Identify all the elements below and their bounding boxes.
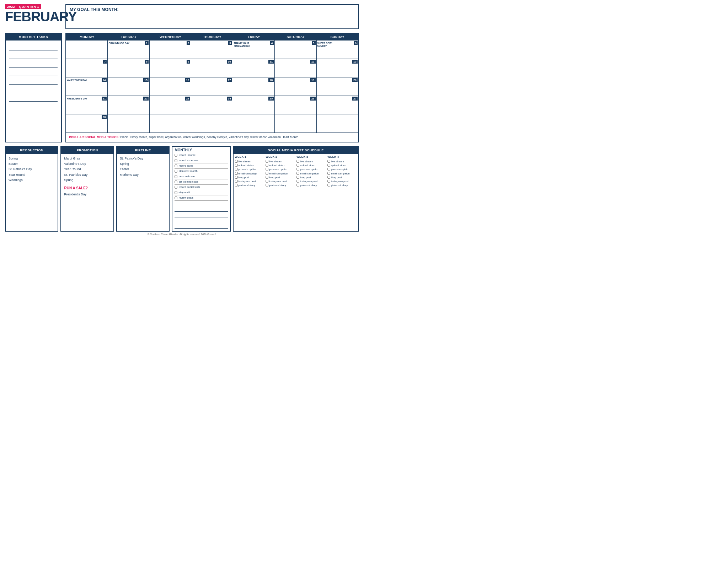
monthly-check-1[interactable] — [175, 154, 177, 157]
cal-cell-empty-w5-2 — [108, 114, 149, 133]
monthly-check-7[interactable] — [175, 186, 177, 189]
social-w1-check-6[interactable] — [235, 180, 238, 183]
social-w2-check-6[interactable] — [266, 180, 268, 183]
cal-date-27: 27 — [352, 97, 358, 101]
cal-cell-15: 15 — [108, 77, 149, 96]
social-week-2: WEEK 2 live stream upload video promote … — [266, 155, 295, 188]
social-week-4-label: WEEK 4 — [327, 155, 357, 158]
social-w1-check-5[interactable] — [235, 176, 238, 179]
cal-date-10: 10 — [227, 60, 232, 64]
social-w2-item-2: upload video — [266, 163, 295, 167]
social-w3-check-2[interactable] — [296, 164, 299, 167]
social-w4-check-2[interactable] — [327, 164, 330, 167]
cal-date-6: 6 — [354, 41, 358, 45]
pipeline-box: PIPELINE St. Patrick's Day Spring Easter… — [116, 146, 170, 232]
monthly-tasks-header: MONTHLY TASKS — [6, 33, 61, 40]
monthly-box: MONTHLY record income record expenses re… — [172, 146, 230, 232]
cal-date-23: 23 — [185, 97, 190, 101]
social-w3-check-7[interactable] — [296, 184, 299, 187]
cal-date-24: 24 — [227, 97, 232, 101]
cal-cell-25: 25 — [233, 96, 275, 114]
cal-cell-24: 24 — [191, 96, 233, 114]
social-w1-item-2: upload video — [235, 163, 264, 167]
middle-section: MONTHLY TASKS MONDAY TUESDAY WEDNESDAY T… — [5, 33, 359, 142]
cal-day-fri: FRIDAY — [233, 33, 275, 40]
cal-date-21: 21 — [102, 97, 107, 101]
monthly-label: MONTHLY — [175, 148, 228, 152]
pipe-item-1: St. Patrick's Day — [120, 156, 166, 161]
monthly-check-5[interactable] — [175, 175, 177, 178]
cal-date-25: 25 — [268, 97, 274, 101]
social-w3-check-6[interactable] — [296, 180, 299, 183]
cal-cell-empty1 — [66, 40, 108, 59]
social-w1-item-6: instagram post — [235, 179, 264, 183]
social-w3-check-4[interactable] — [296, 172, 299, 175]
pipeline-header: PIPELINE — [117, 147, 169, 154]
cal-cell-9: 9 — [150, 59, 191, 77]
monthly-check-2[interactable] — [175, 159, 177, 162]
cal-date-3: 3 — [228, 41, 232, 45]
social-w3-check-3[interactable] — [296, 168, 299, 171]
production-box: PRODUCTION Spring Easter St. Patrick's D… — [5, 146, 58, 232]
social-w2-check-4[interactable] — [266, 172, 268, 175]
social-w3-check-1[interactable] — [296, 160, 299, 163]
social-w3-check-5[interactable] — [296, 176, 299, 179]
calendar-box: MONDAY TUESDAY WEDNESDAY THURSDAY FRIDAY… — [65, 33, 359, 142]
social-w1-check-1[interactable] — [235, 160, 238, 163]
cal-cell-4: 4 THANK YOURMAILMAN DAY — [233, 40, 275, 59]
social-w4-item-4: email campaign — [327, 172, 357, 175]
monthly-item-4: plan next month — [175, 169, 228, 174]
cal-date-28: 28 — [102, 115, 107, 119]
cal-cell-empty-w5-7 — [317, 114, 358, 133]
monthly-check-9[interactable] — [175, 196, 177, 199]
social-w4-check-7[interactable] — [327, 184, 330, 187]
social-w2-check-5[interactable] — [266, 176, 268, 179]
cal-date-8: 8 — [145, 60, 148, 64]
social-w4-check-6[interactable] — [327, 180, 330, 183]
cal-date-13: 13 — [352, 60, 358, 64]
social-w2-check-1[interactable] — [266, 160, 268, 163]
promotion-box: PROMOTION Mardi Gras Valentine's Day Yea… — [60, 146, 114, 232]
social-w1-check-7[interactable] — [235, 184, 238, 187]
social-w4-check-4[interactable] — [327, 172, 330, 175]
social-w4-check-5[interactable] — [327, 176, 330, 179]
monthly-check-4[interactable] — [175, 170, 177, 173]
cal-event-groundhog: GROUNDHOG DAY — [108, 42, 148, 45]
cal-cell-6: 6 SUPER BOWLSUNDAY — [317, 40, 358, 59]
monthly-check-3[interactable] — [175, 164, 177, 167]
cal-cell-28: 28 — [66, 114, 108, 133]
cal-cell-20: 20 — [317, 77, 358, 96]
social-week-3-label: WEEK 3 — [296, 155, 326, 158]
monthly-empty-5 — [175, 224, 228, 229]
social-w3-item-7: pinterest story — [296, 183, 326, 187]
task-line-4 — [9, 68, 58, 76]
cal-date-26: 26 — [310, 97, 316, 101]
social-w2-check-3[interactable] — [266, 168, 268, 171]
social-w1-check-4[interactable] — [235, 172, 238, 175]
social-w2-check-2[interactable] — [266, 164, 268, 167]
prod-item-4: Year Round — [9, 172, 55, 178]
social-w1-check-2[interactable] — [235, 164, 238, 167]
monthly-empty-2 — [175, 207, 228, 212]
prod-item-2: Easter — [9, 161, 55, 167]
cal-event-mailman: THANK YOURMAILMAN DAY — [234, 42, 274, 48]
monthly-item-7: record social stats — [175, 185, 228, 190]
cal-day-mon: MONDAY — [66, 33, 108, 40]
monthly-check-8[interactable] — [175, 191, 177, 194]
monthly-item-label-6: biz training class — [178, 180, 198, 184]
monthly-check-6[interactable] — [175, 180, 177, 183]
monthly-item-6: biz training class — [175, 180, 228, 185]
cal-date-17: 17 — [227, 78, 232, 82]
task-line-6 — [9, 85, 58, 93]
social-w1-check-3[interactable] — [235, 168, 238, 171]
cal-cell-27: 27 — [317, 96, 358, 114]
prod-item-5: Weddings — [9, 178, 55, 183]
month-title: FEBRUARY — [5, 10, 62, 23]
social-w2-item-5: blog post — [266, 175, 295, 179]
social-w4-item-7: pinterest story — [327, 183, 357, 187]
monthly-item-8: etsy audit — [175, 190, 228, 195]
cal-cell-13: 13 — [317, 59, 358, 77]
social-w4-check-1[interactable] — [327, 160, 330, 163]
social-w2-check-7[interactable] — [266, 184, 268, 187]
social-w4-check-3[interactable] — [327, 168, 330, 171]
